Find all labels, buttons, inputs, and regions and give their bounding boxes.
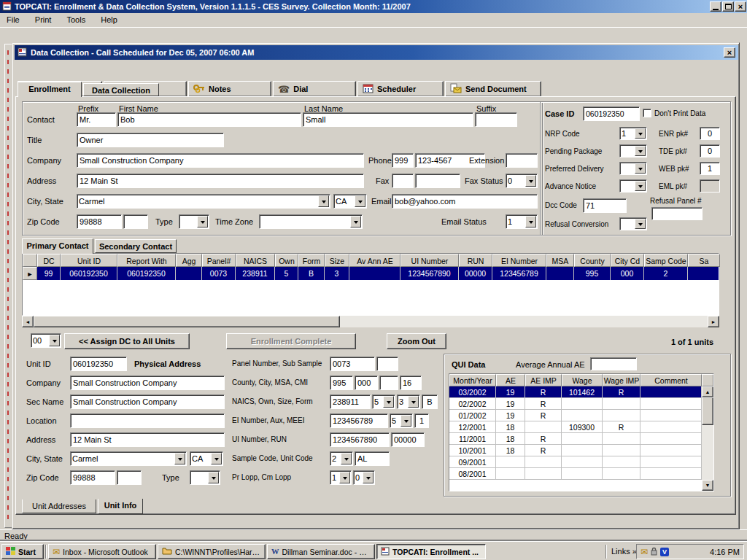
ei-number-field[interactable]: 123456789: [330, 413, 388, 428]
fax-number-field[interactable]: [415, 174, 460, 188]
col-header-msa[interactable]: MSA: [546, 254, 574, 267]
cmi-field[interactable]: 16: [400, 376, 422, 390]
qui-vscroll-thumb[interactable]: [702, 397, 713, 425]
fax-status-select[interactable]: 0: [506, 174, 538, 188]
tab-data-collection[interactable]: Data Collection: [83, 83, 159, 96]
tab-unit-info[interactable]: Unit Info: [98, 499, 143, 514]
row-indicator[interactable]: ►: [23, 267, 37, 280]
nrp-code-select[interactable]: 1: [619, 127, 647, 140]
sample-code-select[interactable]: 2: [330, 451, 353, 466]
pr-lopp-select[interactable]: 1: [330, 470, 352, 485]
minimize-button[interactable]: [710, 1, 721, 12]
own-select[interactable]: 5: [372, 394, 395, 409]
maximize-button[interactable]: [722, 1, 734, 12]
notes-button[interactable]: Notes: [188, 81, 271, 97]
panel-number-field[interactable]: 0073: [330, 357, 375, 371]
fax-area-field[interactable]: [392, 174, 414, 188]
qui-scroll-up-button[interactable]: ▲: [702, 386, 713, 397]
col-header-ei-number[interactable]: EI Number: [492, 254, 546, 267]
tray-antivirus-icon[interactable]: V: [660, 548, 669, 556]
unit-type-select[interactable]: [190, 470, 220, 485]
col-header-report-with[interactable]: Report With: [117, 254, 176, 267]
scroll-left-button[interactable]: ◄: [22, 316, 34, 327]
qui-row[interactable]: 08/2001: [449, 468, 713, 480]
taskbar-item-explorer[interactable]: C:\WINNT\Profiles\Harre...: [158, 544, 266, 559]
close-button[interactable]: ×: [735, 1, 746, 12]
timezone-select[interactable]: [259, 214, 363, 229]
send-document-button[interactable]: Send Document: [445, 81, 541, 97]
extension-field[interactable]: [506, 153, 538, 168]
address-field[interactable]: 12 Main St: [77, 174, 364, 188]
sub-sample-field[interactable]: [376, 357, 398, 371]
qui-col-ae-imp[interactable]: AE IMP: [525, 374, 562, 386]
company-field[interactable]: Small Construction Company: [77, 153, 364, 168]
dcc-code-field[interactable]: 71: [583, 198, 627, 213]
col-header-city-cd[interactable]: City Cd: [611, 254, 644, 267]
qui-col-wage[interactable]: Wage: [562, 374, 603, 386]
unit-code-field[interactable]: AL: [355, 451, 390, 466]
tab-secondary-contact[interactable]: Secondary Contact: [95, 239, 177, 253]
col-header-county[interactable]: County: [574, 254, 611, 267]
hscroll-thumb[interactable]: [34, 316, 340, 327]
suffix-field[interactable]: [475, 112, 517, 127]
state-select[interactable]: CA: [333, 194, 367, 209]
tab-primary-contact[interactable]: Primary Contact: [22, 238, 93, 254]
links-toolbar[interactable]: Links »: [611, 547, 637, 556]
city-code-field[interactable]: 000: [355, 376, 378, 390]
tab-enrollment[interactable]: Enrollment: [18, 82, 82, 97]
tray-lock-icon[interactable]: [650, 547, 658, 557]
unit-city-select[interactable]: Carmel: [70, 451, 187, 466]
menu-print[interactable]: Print: [28, 13, 58, 26]
qui-row[interactable]: 11/200118R: [449, 433, 713, 445]
qui-row[interactable]: 10/200118R: [449, 445, 713, 456]
qui-row[interactable]: 01/200219R: [449, 410, 713, 421]
zip-ext-field[interactable]: [123, 214, 148, 229]
prefix-field[interactable]: Mr.: [77, 112, 116, 127]
preferred-delivery-select[interactable]: [619, 162, 647, 175]
menu-tools[interactable]: Tools: [60, 13, 92, 26]
start-button[interactable]: Start: [1, 544, 44, 559]
refusal-conversion-select[interactable]: [619, 217, 647, 230]
qui-col-comment[interactable]: Comment: [640, 374, 702, 386]
dc-select[interactable]: 00: [31, 333, 61, 348]
advance-notice-select[interactable]: [619, 179, 647, 192]
size-select[interactable]: 3: [397, 394, 420, 409]
qui-row[interactable]: 09/2001: [449, 456, 713, 468]
naics-field[interactable]: 238911: [330, 394, 371, 409]
email-field[interactable]: bob@yahoo.com: [392, 194, 538, 209]
run-field[interactable]: 00000: [391, 432, 425, 447]
taskbar-item-topcati[interactable]: TOPCATI: Enrollment ...: [376, 544, 486, 559]
title-field[interactable]: Owner: [77, 133, 224, 147]
county-field[interactable]: 995: [330, 376, 353, 390]
col-header-agg[interactable]: Agg: [176, 254, 202, 267]
col-header-own[interactable]: Own: [275, 254, 298, 267]
dial-button[interactable]: ☎ Dial: [273, 81, 356, 97]
unit-address-field[interactable]: 12 Main St: [70, 432, 225, 447]
qui-col-month[interactable]: Month/Year: [449, 374, 496, 386]
unit-zip-field[interactable]: 99888: [70, 470, 115, 485]
aux-select[interactable]: 5: [390, 413, 413, 428]
phone-area-field[interactable]: 999: [392, 153, 414, 168]
col-header-run[interactable]: RUN: [459, 254, 492, 267]
tab-unit-addresses[interactable]: Unit Addresses: [22, 499, 96, 513]
first-name-field[interactable]: Bob: [117, 112, 301, 127]
menu-help[interactable]: Help: [94, 13, 124, 26]
sec-name-field[interactable]: Small Construction Company: [70, 394, 225, 409]
unit-state-select[interactable]: CA: [190, 451, 223, 466]
col-header-naics[interactable]: NAICS: [236, 254, 275, 267]
col-header-av-ann-ae[interactable]: Av Ann AE: [349, 254, 400, 267]
col-header-ui-number[interactable]: UI Number: [400, 254, 459, 267]
unit-company-field[interactable]: Small Construction Company: [70, 376, 225, 390]
qui-row[interactable]: 03/200219R101462R: [449, 386, 713, 398]
cm-lopp-select[interactable]: 0: [353, 470, 375, 485]
col-header-form[interactable]: Form: [298, 254, 325, 267]
window-close-button[interactable]: ×: [724, 47, 735, 58]
qui-row[interactable]: 02/200219R: [449, 398, 713, 410]
qui-scroll-down-button[interactable]: ▼: [702, 480, 713, 491]
email-status-select[interactable]: 1: [506, 214, 538, 229]
taskbar-item-word[interactable]: W Dillman Seminar.doc - Mic...: [267, 544, 375, 559]
col-header-partial[interactable]: Sa: [688, 254, 720, 267]
col-header-dc[interactable]: DC: [37, 254, 61, 267]
city-select[interactable]: Carmel: [77, 194, 330, 209]
tray-mail-icon[interactable]: ✉: [640, 547, 648, 557]
